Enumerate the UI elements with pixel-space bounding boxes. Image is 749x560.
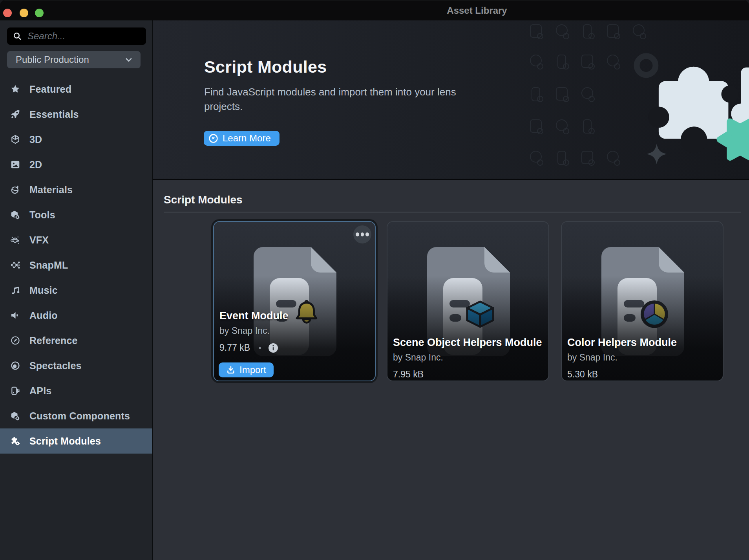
card-author: by Snap Inc. [219,326,369,336]
card-title: Scene Object Helpers Module [393,337,543,349]
compass-icon [10,335,21,346]
minimize-window-button[interactable] [20,9,28,17]
chevron-down-icon [124,55,133,64]
cube-icon [10,134,21,145]
environment-dropdown[interactable]: Public Production [7,51,141,68]
search-box[interactable] [7,27,146,45]
sidebar-item-2d[interactable]: 2D [0,152,152,177]
material-sphere-icon [10,184,21,195]
dot-separator [259,347,261,349]
import-button[interactable]: Import [219,362,274,377]
sidebar-item-apis[interactable]: APIs [0,378,152,403]
environment-value: Public Production [16,54,124,65]
sidebar-item-vfx[interactable]: VFX [0,227,152,253]
globe-icon [208,134,218,143]
card-title: Event Module [219,310,369,322]
card-size: 7.95 kB [393,369,424,380]
music-note-icon [10,285,21,296]
hero-title: Script Modules [204,57,327,77]
star-icon [10,84,21,95]
spectacles-lens-icon [10,360,21,371]
section-title: Script Modules [164,194,243,206]
card-more-options-button[interactable] [353,225,371,243]
window-title: Asset Library [447,5,507,16]
card-size: 9.77 kB [219,342,250,353]
sidebar-item-tools[interactable]: Tools [0,202,152,227]
planet-sparkles-icon [10,234,21,245]
hero-description: Find JavaScript modules and import them … [204,85,491,114]
sidebar-item-materials[interactable]: Materials [0,177,152,202]
hero-banner: Script Modules Find JavaScript modules a… [153,20,749,180]
sidebar-item-script-modules[interactable]: Script Modules [0,428,152,454]
asset-card-color-helpers-module[interactable]: Color Helpers Module by Snap Inc. 5.30 k… [561,221,723,381]
sidebar-item-3d[interactable]: 3D [0,127,152,152]
sidebar-item-featured[interactable]: Featured [0,77,152,102]
sidebar-item-spectacles[interactable]: Spectacles [0,353,152,378]
ml-network-icon [10,260,21,271]
titlebar: Asset Library [0,0,749,21]
cube-3d-icon [465,299,495,329]
section-divider [164,212,741,212]
sidebar-item-custom-components[interactable]: Custom Components [0,403,152,428]
api-plug-icon [10,385,21,396]
tools-cube-gear-icon [10,209,21,220]
close-window-button[interactable] [3,9,12,17]
sidebar-nav: Featured Essentials 3D 2D Materials Tool… [0,77,152,454]
card-title: Color Helpers Module [567,337,717,349]
search-input[interactable] [27,30,141,42]
sidebar-item-essentials[interactable]: Essentials [0,102,152,127]
puzzle-gear-icon [10,436,21,447]
sidebar-item-music[interactable]: Music [0,278,152,303]
sidebar-item-audio[interactable]: Audio [0,303,152,328]
zoom-window-button[interactable] [35,9,44,17]
puzzle-illustration [529,20,749,179]
asset-card-event-module[interactable]: Event Module by Snap Inc. 9.77 kB Import [213,221,376,381]
rocket-icon [10,109,21,120]
asset-library-window: Asset Library Public Production Featured… [0,0,749,560]
download-icon [226,365,236,375]
component-cube-gear-icon [10,410,21,421]
pie-chart-icon [639,299,670,329]
speaker-icon [10,310,21,321]
card-author: by Snap Inc. [393,352,543,363]
sidebar-item-snapml[interactable]: SnapML [0,253,152,278]
card-size: 5.30 kB [567,369,598,380]
info-icon[interactable] [268,343,278,353]
sidebar: Public Production Featured Essentials 3D… [0,20,153,560]
sparkle-shape [647,144,667,164]
asset-card-scene-object-helpers-module[interactable]: Scene Object Helpers Module by Snap Inc.… [387,221,549,381]
image-icon [10,159,21,170]
card-author: by Snap Inc. [567,352,717,363]
search-icon [13,31,22,41]
learn-more-button[interactable]: Learn More [204,131,280,146]
sidebar-item-reference[interactable]: Reference [0,328,152,353]
main-content: Script Modules Find JavaScript modules a… [153,20,749,560]
